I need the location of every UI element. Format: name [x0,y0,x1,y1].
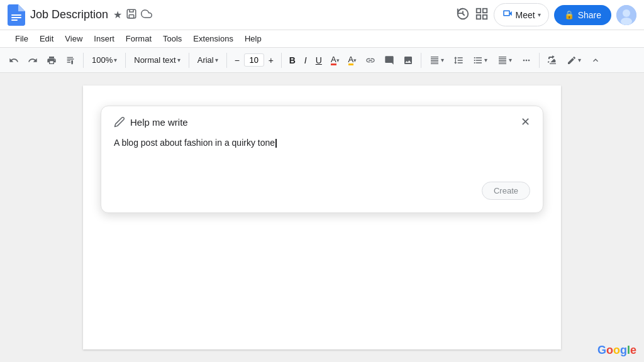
star-icon[interactable]: ★ [113,9,122,21]
svg-rect-0 [11,14,21,16]
google-logo: Google [597,344,636,357]
font-dropdown[interactable]: Arial ▾ [193,53,223,67]
indent-dropdown[interactable]: ▾ [493,53,516,67]
toolbar-sep-7 [539,53,540,68]
title-bar-right: Meet ▾ 🔒 Share [456,3,636,26]
history-icon[interactable] [456,7,470,23]
toolbar: 100% ▾ Normal text ▾ Arial ▾ − + B I U A… [0,48,644,73]
align-dropdown[interactable]: ▾ [425,53,448,67]
help-write-input[interactable]: A blog post about fashion in a quirky to… [114,136,530,174]
menu-tools[interactable]: Tools [158,33,187,45]
pencil-icon-wrap [114,116,125,128]
help-write-header: Help me write ✕ [114,116,530,128]
toolbar-sep-1 [83,53,84,68]
document-area: Help me write ✕ A blog post about fashio… [0,73,644,362]
more-options-button[interactable] [518,53,535,68]
bold-button[interactable]: B [286,53,299,68]
title-bar: Job Description ★ Meet ▾ 🔒 Share [0,0,644,30]
highlight-a-label: A [348,55,354,65]
help-write-title: Help me write [130,117,516,128]
document-title[interactable]: Job Description [30,8,108,21]
redo-button[interactable] [24,53,42,68]
google-logo-o1: o [606,344,613,356]
align-arrow-icon: ▾ [441,57,444,63]
zoom-arrow-icon: ▾ [114,57,117,63]
text-cursor [275,139,277,148]
help-write-close-button[interactable]: ✕ [521,116,530,128]
font-size-minus-button[interactable]: − [231,54,243,67]
toolbar-sep-6 [421,53,421,68]
print-button[interactable] [43,53,60,68]
text-color-button[interactable]: A ▾ [327,53,343,68]
menu-edit[interactable]: Edit [35,33,58,45]
font-size-plus-button[interactable]: + [265,54,277,67]
insert-image-button[interactable] [399,53,417,68]
text-color-arrow-icon: ▾ [336,57,340,63]
italic-button[interactable]: I [301,53,311,68]
cloud-icon[interactable] [141,8,152,22]
menu-insert[interactable]: Insert [89,33,119,45]
text-style-value: Normal text [134,55,175,65]
text-color-a-label: A [331,55,336,65]
font-value: Arial [197,55,214,65]
share-button[interactable]: 🔒 Share [554,5,611,25]
svg-point-11 [623,9,630,17]
font-size-control: − + [231,53,277,67]
menu-format[interactable]: Format [121,33,157,45]
toolbar-sep-4 [226,53,227,68]
menu-view[interactable]: View [60,33,87,45]
help-write-footer: Create [114,182,530,200]
line-spacing-button[interactable] [450,53,467,68]
link-button[interactable] [362,53,379,68]
create-button[interactable]: Create [482,182,530,200]
google-logo-e: e [630,344,636,356]
text-style-dropdown[interactable]: Normal text ▾ [130,53,184,67]
svg-rect-9 [482,14,486,18]
paint-format-button[interactable] [62,53,79,68]
undo-button[interactable] [5,53,23,68]
docs-logo-icon [8,4,25,26]
help-write-input-text: A blog post about fashion in a quirky to… [114,138,275,148]
pencil-icon [114,116,125,128]
toolbar-sep-3 [189,53,189,68]
docs-grid-icon[interactable] [475,7,489,23]
collapse-toolbar-button[interactable] [587,53,604,68]
svg-rect-7 [482,8,486,12]
zoom-value: 100% [92,55,113,65]
menu-file[interactable]: File [10,33,33,45]
svg-rect-1 [11,17,21,18]
help-me-write-panel: Help me write ✕ A blog post about fashio… [101,106,543,213]
svg-rect-6 [476,8,480,12]
font-size-input[interactable] [244,53,264,67]
toolbar-sep-5 [281,53,282,68]
comment-button[interactable] [380,53,398,68]
pen-dropdown[interactable]: ▾ [562,53,586,67]
save-icon[interactable] [126,8,137,22]
zoom-dropdown[interactable]: 100% ▾ [87,53,121,67]
meet-arrow-icon: ▾ [538,11,541,18]
user-avatar[interactable] [616,5,636,25]
camera-icon [502,8,513,22]
menu-extensions[interactable]: Extensions [188,33,238,45]
pen-arrow-icon: ▾ [578,57,581,63]
list-dropdown[interactable]: ▾ [469,53,492,67]
indent-arrow-icon: ▾ [509,57,512,63]
google-logo-g2: g [620,344,627,356]
text-style-arrow-icon: ▾ [177,57,180,63]
svg-rect-4 [129,14,134,18]
highlight-button[interactable]: A ▾ [345,53,361,68]
meet-label: Meet [516,10,535,20]
list-arrow-icon: ▾ [484,57,487,63]
clear-format-button[interactable] [543,53,561,68]
underline-button[interactable]: U [312,53,326,68]
title-icon-group: ★ [113,8,152,22]
menu-bar: File Edit View Insert Format Tools Exten… [0,30,644,48]
document-page[interactable]: Help me write ✕ A blog post about fashio… [83,85,561,349]
svg-rect-3 [127,9,136,18]
svg-rect-2 [11,19,18,21]
svg-point-12 [621,18,632,25]
svg-rect-8 [476,14,480,18]
meet-button[interactable]: Meet ▾ [494,3,549,26]
menu-help[interactable]: Help [240,33,267,45]
font-arrow-icon: ▾ [215,57,218,63]
